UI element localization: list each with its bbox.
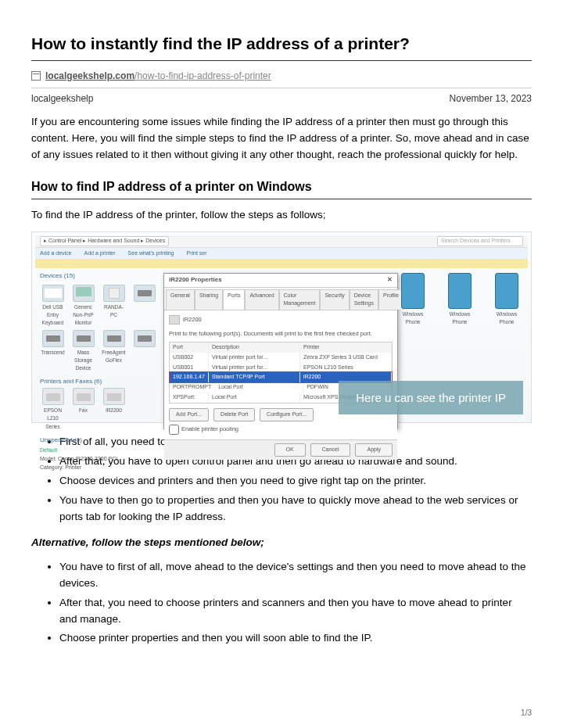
source-line: localgeekshelp.com/how-to-find-ip-addres… — [31, 69, 532, 84]
device-item[interactable]: RANDA-PC — [101, 285, 127, 327]
apply-button[interactable]: Apply — [355, 443, 393, 457]
info-bar — [35, 259, 528, 268]
devices-header: Devices (15) — [40, 271, 157, 281]
lead-sentence: To find the IP address of the printer, f… — [31, 207, 532, 224]
tab-color[interactable]: Color Management — [279, 289, 321, 310]
list-item: You have to then go to properties and th… — [59, 493, 532, 525]
tab-security[interactable]: Security — [320, 289, 349, 310]
author: localgeekshelp — [31, 91, 93, 106]
port-row[interactable]: USB002Virtual printer port for...Zebra Z… — [170, 353, 392, 363]
device-item[interactable] — [131, 330, 157, 372]
device-item[interactable]: Generic Non-PnP Monitor — [70, 285, 96, 327]
dialog-description: Print to the following port(s). Document… — [169, 329, 393, 339]
device-item[interactable]: Dell USB Entry Keyboard — [40, 285, 66, 327]
search-input[interactable]: Search Devices and Printers — [437, 236, 523, 246]
tab-sharing[interactable]: Sharing — [195, 289, 223, 310]
tab-general[interactable]: General — [166, 289, 195, 310]
printers-header: Printers and Faxes (6) — [40, 377, 157, 386]
unspecified-category: Category: Printer — [40, 464, 81, 470]
close-icon[interactable]: ✕ — [387, 275, 393, 285]
dialog-printer-name: iR2200 — [183, 315, 202, 325]
cmd-add-device[interactable]: Add a device — [40, 249, 71, 258]
cmd-print-server[interactable]: Print ser — [187, 249, 207, 258]
pooling-checkbox[interactable] — [169, 425, 179, 435]
device-item[interactable]: Mass Storage Device — [70, 330, 96, 372]
alternative-heading: Alternative, follow the steps mentioned … — [31, 535, 532, 551]
cmd-see-printing[interactable]: See what's printing — [128, 249, 174, 258]
source-domain-link[interactable]: localgeekshelp.com — [45, 70, 134, 81]
list-item: Choose devices and printers and then you… — [59, 473, 532, 490]
phone-icon[interactable] — [448, 273, 472, 309]
tab-ports[interactable]: Ports — [223, 289, 245, 310]
printer-item[interactable]: EPSON L210 Series — [40, 388, 66, 430]
source-path: /how-to-find-ip-address-of-printer — [134, 70, 271, 81]
list-item: You have to first of all, move ahead to … — [59, 559, 532, 592]
steps-list-2: You have to first of all, move ahead to … — [59, 559, 532, 647]
cancel-button[interactable]: Cancel — [310, 443, 351, 457]
breadcrumb: ▸ Control Panel ▸ Hardware and Sound ▸ D… — [40, 236, 169, 246]
phone-icon[interactable] — [495, 273, 518, 309]
dialog-tabs: General Sharing Ports Advanced Color Man… — [164, 288, 397, 311]
ok-button[interactable]: OK — [274, 443, 306, 457]
screenshot-caption: Here u can see the printer IP — [339, 381, 523, 414]
delete-port-button[interactable]: Delete Port — [213, 408, 255, 421]
unspecified-model: Model: Canon iR2200-3300 PCL — [40, 456, 119, 461]
section-heading: How to find IP address of a printer on W… — [31, 178, 532, 200]
configure-port-button[interactable]: Configure Port... — [260, 408, 314, 421]
site-icon — [31, 71, 41, 81]
cmd-add-printer[interactable]: Add a printer — [84, 249, 115, 258]
command-bar: Add a device Add a printer See what's pr… — [35, 248, 528, 259]
col-port: Port — [170, 342, 209, 353]
col-printer: Printer — [300, 342, 392, 353]
device-item[interactable]: FreeAgent GoFlex — [101, 330, 127, 372]
printer-item[interactable]: Fax — [70, 388, 96, 430]
device-item[interactable] — [131, 285, 157, 327]
printer-icon — [169, 315, 180, 325]
phone-icon[interactable] — [401, 273, 425, 309]
tab-advanced[interactable]: Advanced — [245, 289, 278, 310]
page-title: How to instantly find the IP address of … — [31, 31, 532, 61]
list-item: After that, you need to choose printers … — [59, 595, 532, 628]
windows-screenshot: ▸ Control Panel ▸ Hardware and Sound ▸ D… — [31, 231, 532, 423]
pooling-label: Enable printer pooling — [181, 425, 238, 432]
status-badge: Default — [40, 447, 57, 453]
explorer-toolbar: ▸ Control Panel ▸ Hardware and Sound ▸ D… — [35, 235, 528, 248]
printer-item[interactable]: iR2200 — [101, 388, 127, 430]
port-row[interactable]: USB001Virtual printer port for...EPSON L… — [170, 363, 392, 373]
meta-row: localgeekshelp November 13, 2023 — [31, 88, 532, 114]
device-item[interactable]: Transcend — [40, 330, 66, 372]
page-number: 1/3 — [521, 707, 532, 719]
devices-panel: Devices (15) Dell USB Entry Keyboard Gen… — [35, 268, 162, 419]
list-item: Choose printer properties and then you w… — [59, 630, 532, 647]
col-desc: Description — [209, 342, 300, 353]
unspecified-header: Unspecified (1) — [40, 436, 157, 445]
publish-date: November 13, 2023 — [450, 91, 532, 106]
tab-device-settings[interactable]: Device Settings — [350, 289, 378, 310]
dialog-title: iR2200 Properties — [169, 275, 222, 285]
add-port-button[interactable]: Add Port... — [169, 408, 209, 421]
intro-paragraph: If you are encountering some issues whil… — [31, 114, 532, 163]
